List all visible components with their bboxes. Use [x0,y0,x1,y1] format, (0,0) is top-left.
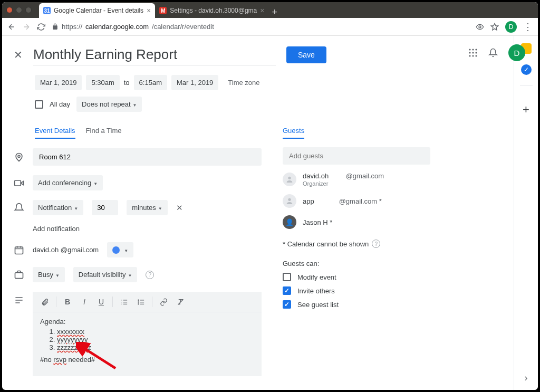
busy-dropdown[interactable]: Busy [33,267,65,282]
location-input[interactable] [33,148,262,166]
visibility-dropdown[interactable]: Default visibility [73,267,138,282]
event-title-input[interactable] [33,44,276,65]
conferencing-dropdown[interactable]: Add conferencing [33,175,103,190]
bold-icon[interactable]: B [60,295,75,309]
help-icon[interactable]: ? [146,271,154,279]
perm-modify-checkbox[interactable] [283,273,291,281]
svg-point-8 [472,55,474,56]
guest-avatar-icon [283,173,296,186]
notification-unit-dropdown[interactable]: minutes [127,200,167,215]
tasks-icon[interactable]: ✓ [521,64,532,75]
link-icon[interactable] [156,295,171,309]
description-editor[interactable]: Agenda: xxxxxxxx yyyyyyyyy zzzzzzzzzz #n… [33,312,262,376]
notification-type-dropdown[interactable]: Notification [33,200,83,215]
svg-rect-13 [15,272,23,278]
save-button[interactable]: Save [286,46,326,63]
svg-point-16 [138,303,138,304]
underline-icon[interactable]: U [93,295,109,309]
nav-reload-icon[interactable] [37,23,45,31]
svg-point-3 [475,49,477,50]
new-tab-button[interactable]: + [272,7,277,18]
close-event-button[interactable]: ✕ [14,49,23,61]
svg-point-0 [479,26,481,28]
url-host: calendar.google.com [85,23,149,31]
svg-rect-11 [15,180,21,186]
account-avatar[interactable]: D [508,44,514,61]
svg-point-9 [475,55,477,56]
add-guests-input[interactable] [283,147,430,165]
all-day-label: All day [50,100,70,108]
tab-event-details[interactable]: Event Details [35,127,75,139]
eye-icon[interactable] [476,23,484,31]
to-label: to [124,79,130,87]
calendar-warn-label: * Calendar cannot be shown [283,240,369,248]
repeat-dropdown[interactable]: Does not repeat [76,97,142,112]
guest-row[interactable]: app @gmail.com * [283,194,430,208]
clear-format-icon[interactable] [172,295,188,309]
calendar-color-dropdown[interactable] [107,242,133,257]
agenda-list: xxxxxxxx yyyyyyyyy zzzzzzzzzz [40,328,254,351]
blue-dot-icon [112,246,120,254]
gmail-favicon: M [159,7,167,14]
nav-forward-icon[interactable] [22,23,31,31]
sidepanel-expand-icon[interactable]: › [525,372,528,384]
all-day-checkbox[interactable] [35,100,43,109]
guest-avatar-icon [283,194,296,208]
browser-tab-calendar[interactable]: 31 Google Calendar - Event details × [39,3,155,18]
start-time-chip[interactable]: 5:30am [86,75,119,90]
calendar-icon [14,245,24,255]
window-titlebar: 31 Google Calendar - Event details × M S… [2,2,538,18]
remove-notification-icon[interactable]: ✕ [176,203,183,213]
kebab-menu-icon[interactable]: ⋮ [523,21,533,33]
profile-avatar[interactable]: D [505,21,517,33]
browser-tab-gmail[interactable]: M Settings - david.oh.3000@gma × [155,3,268,18]
browser-address-bar: https://calendar.google.com/calendar/r/e… [2,18,538,36]
end-date-chip[interactable]: Mar 1, 2019 [171,75,218,90]
notification-value-input[interactable] [92,200,118,215]
perm-modify-label: Modify event [297,273,336,281]
apps-grid-icon[interactable] [468,48,478,58]
guest-avatar-icon: 👤 [283,215,296,229]
timezone-link[interactable]: Time zone [223,79,259,87]
start-date-chip[interactable]: Mar 1, 2019 [35,75,82,90]
perm-seelist-checkbox[interactable] [283,300,291,309]
numbered-list-icon[interactable] [116,295,132,309]
addons-plus-icon[interactable]: + [523,103,529,117]
tab-guests[interactable]: Guests [283,127,304,139]
guest-row[interactable]: david.oh @gmail.com Organizer [283,172,430,187]
agenda-label: Agenda: [40,318,254,326]
window-min-dot[interactable] [16,7,22,13]
tab-title: Google Calendar - Event details [54,7,143,14]
add-notification-link[interactable]: Add notification [33,225,80,233]
description-icon [14,295,24,305]
guests-can-label: Guests can: [283,260,430,267]
svg-point-15 [138,301,138,302]
perm-invite-label: Invite others [297,287,335,295]
tab-find-a-time[interactable]: Find a Time [86,127,122,139]
end-time-chip[interactable]: 6:15am [134,75,167,90]
briefcase-icon [14,270,24,280]
svg-point-7 [469,55,470,56]
tab-title: Settings - david.oh.3000@gma [170,7,257,14]
italic-icon[interactable]: I [76,295,92,309]
url-field[interactable]: https://calendar.google.com/calendar/r/e… [52,23,469,31]
url-scheme: https:// [62,23,82,31]
svg-point-17 [288,177,291,179]
bell-icon[interactable] [488,48,498,58]
tab-close-icon[interactable]: × [260,6,264,15]
svg-point-14 [138,300,138,300]
bullet-list-icon[interactable] [133,295,149,309]
lock-icon [52,23,59,30]
guest-row[interactable]: 👤 Jason H * [283,215,430,229]
nav-back-icon[interactable] [7,23,16,31]
attach-icon[interactable] [37,295,53,309]
svg-rect-12 [15,247,23,254]
window-close-dot[interactable] [6,7,13,13]
window-max-dot[interactable] [25,7,32,13]
tab-close-icon[interactable]: × [147,6,151,15]
help-icon[interactable]: ? [372,240,380,248]
header-right: D [468,44,514,61]
perm-invite-checkbox[interactable] [283,286,291,295]
calendar-owner-label: david.oh @gmail.com [33,246,99,254]
star-icon[interactable] [490,23,499,31]
